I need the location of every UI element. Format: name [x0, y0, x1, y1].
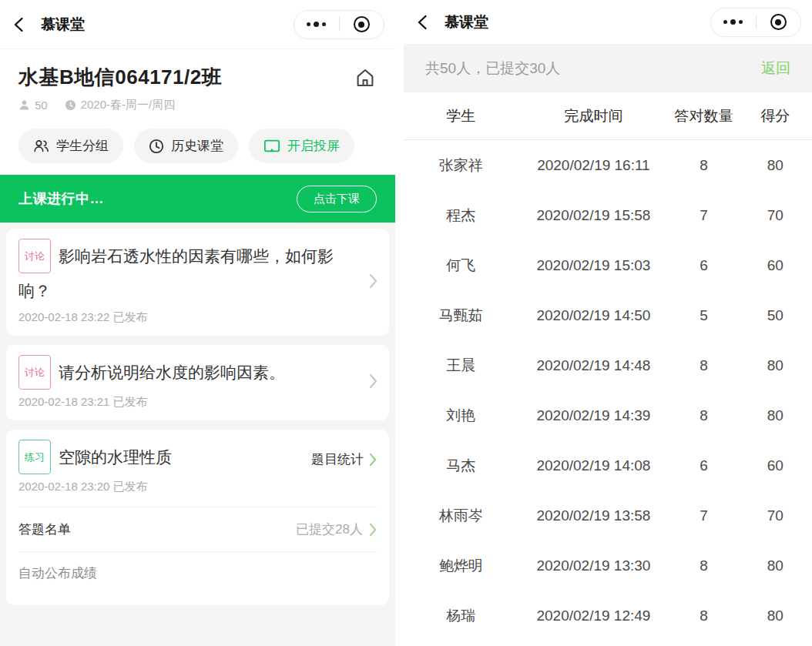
- history-class-label: 历史课堂: [171, 137, 223, 155]
- panel-gutter: [395, 0, 404, 646]
- published-timestamp: 2020-02-18 23:21 已发布: [18, 395, 377, 410]
- class-actions: 学生分组 历史课堂 开启投屏: [18, 129, 377, 175]
- results-table: 学生 完成时间 答对数量 得分 张家祥 2020/02/19 16:11 8 8…: [404, 92, 812, 646]
- table-header-row: 学生 完成时间 答对数量 得分: [404, 92, 812, 140]
- chevron-right-icon: [369, 273, 377, 289]
- correct-count-cell: 8: [669, 557, 738, 574]
- table-row: 杨瑞 2020/02/19 12:49 8 80: [404, 591, 812, 641]
- col-header-student: 学生: [404, 106, 518, 126]
- col-header-finish-time: 完成时间: [518, 106, 669, 126]
- class-header: 水基B地信064171/2班 50 2020-春-周一/周四 学生分组 历史课堂: [0, 49, 395, 175]
- class-name: 水基B地信064171/2班: [18, 64, 222, 91]
- submission-summary-text: 共50人，已提交30人: [425, 59, 560, 79]
- student-name-cell: 王晨: [404, 356, 518, 376]
- back-icon[interactable]: [414, 14, 431, 31]
- finish-time-cell: 2020/02/19 15:58: [518, 207, 669, 224]
- student-name-cell: 何飞: [404, 256, 518, 276]
- table-row: 刘艳 2020/02/19 14:39 8 80: [404, 390, 812, 440]
- auto-publish-score-label: 自动公布成绩: [18, 552, 377, 594]
- published-timestamp: 2020-02-18 23:22 已发布: [18, 310, 377, 325]
- score-cell: 80: [739, 557, 812, 574]
- discussion-tag: 讨论: [18, 355, 51, 390]
- correct-count-cell: 8: [669, 357, 738, 374]
- more-menu-icon[interactable]: [711, 8, 756, 36]
- table-body: 张家祥 2020/02/19 16:11 8 80 程杰 2020/02/19 …: [404, 140, 812, 641]
- person-icon: [18, 99, 30, 111]
- app-title: 慕课堂: [445, 12, 488, 32]
- session-status-text: 上课进行中…: [18, 189, 104, 208]
- close-miniprogram-icon[interactable]: [340, 11, 384, 38]
- score-cell: 80: [739, 407, 812, 424]
- answer-list-label: 答题名单: [18, 520, 71, 538]
- discussion-tag: 讨论: [18, 239, 51, 273]
- correct-count-cell: 6: [669, 457, 738, 474]
- cast-screen-icon: [263, 139, 280, 153]
- student-name-cell: 程杰: [404, 206, 518, 226]
- student-name-cell: 马杰: [404, 456, 518, 476]
- correct-count-cell: 8: [669, 608, 738, 624]
- published-timestamp: 2020-02-18 23:20 已发布: [18, 480, 377, 494]
- activity-card-list: 讨论影响岩石透水性的因素有哪些，如何影响？ 2020-02-18 23:22 已…: [0, 223, 395, 646]
- submission-results-screen: 慕课堂 共50人，已提交30人 返回 学生 完成时间 答对数量 得分 张家祥 2…: [404, 0, 812, 646]
- more-menu-icon[interactable]: [294, 11, 339, 38]
- student-name-cell: 刘艳: [404, 406, 518, 426]
- end-class-button[interactable]: 点击下课: [297, 186, 377, 213]
- score-cell: 60: [739, 457, 812, 474]
- correct-count-cell: 5: [669, 307, 738, 324]
- score-cell: 80: [739, 157, 812, 174]
- student-group-button[interactable]: 学生分组: [18, 129, 123, 163]
- chevron-right-icon: [369, 453, 377, 467]
- score-cell: 60: [739, 257, 812, 274]
- finish-time-cell: 2020/02/19 14:50: [518, 307, 669, 324]
- score-cell: 80: [739, 608, 812, 624]
- finish-time-cell: 2020/02/19 13:30: [518, 557, 669, 574]
- student-name-cell: 张家祥: [404, 156, 518, 176]
- screen-cast-button[interactable]: 开启投屏: [249, 129, 354, 163]
- finish-time-cell: 2020/02/19 16:11: [518, 157, 669, 174]
- history-class-button[interactable]: 历史课堂: [134, 129, 238, 163]
- student-count: 50: [35, 99, 48, 112]
- table-row: 程杰 2020/02/19 15:58 7 70: [404, 190, 812, 240]
- return-link[interactable]: 返回: [761, 59, 790, 79]
- history-clock-icon: [149, 139, 164, 154]
- student-name-cell: 鲍烨明: [404, 556, 518, 576]
- table-row: 王晨 2020/02/19 14:48 8 80: [404, 340, 812, 390]
- clock-icon: [65, 99, 76, 111]
- score-cell: 80: [739, 357, 812, 374]
- table-row: 张家祥 2020/02/19 16:11 8 80: [404, 140, 812, 190]
- app-title: 慕课堂: [41, 15, 85, 35]
- score-cell: 70: [739, 507, 812, 524]
- correct-count-cell: 8: [669, 407, 738, 424]
- discussion-title: 请分析说明给水度的影响因素。: [59, 363, 285, 381]
- chevron-right-icon: [369, 373, 377, 389]
- finish-time-cell: 2020/02/19 15:03: [518, 257, 669, 274]
- correct-count-cell: 6: [669, 257, 738, 274]
- score-cell: 70: [739, 207, 812, 224]
- exercise-title: 空隙的水理性质: [59, 448, 172, 466]
- submission-summary-bar: 共50人，已提交30人 返回: [404, 44, 812, 92]
- finish-time-cell: 2020/02/19 14:39: [518, 407, 669, 424]
- close-miniprogram-icon[interactable]: [757, 8, 801, 36]
- col-header-correct-count: 答对数量: [669, 106, 738, 126]
- discussion-card-2[interactable]: 讨论请分析说明给水度的影响因素。 2020-02-18 23:21 已发布: [6, 345, 389, 420]
- table-row: 林雨岑 2020/02/19 13:58 7 70: [404, 490, 812, 541]
- student-name-cell: 林雨岑: [404, 506, 518, 526]
- class-schedule: 2020-春-周一/周四: [81, 98, 176, 112]
- miniprogram-capsule: [710, 8, 801, 37]
- finish-time-cell: 2020/02/19 14:48: [518, 357, 669, 374]
- exercise-tag: 练习: [18, 440, 51, 474]
- back-icon[interactable]: [11, 16, 28, 33]
- right-nav-bar: 慕课堂: [404, 0, 812, 44]
- answer-list-row[interactable]: 答题名单 已提交28人: [18, 507, 377, 551]
- exercise-card[interactable]: 练习空隙的水理性质 题目统计 2020-02-18 23:20 已发布 答题名单…: [6, 430, 389, 605]
- col-header-score: 得分: [739, 106, 812, 126]
- chevron-right-icon: [369, 523, 377, 537]
- finish-time-cell: 2020/02/19 12:49: [518, 608, 669, 624]
- miniprogram-capsule: [294, 10, 384, 39]
- people-icon: [33, 139, 49, 153]
- correct-count-cell: 7: [669, 207, 738, 224]
- question-stats-link[interactable]: 题目统计: [311, 450, 377, 468]
- home-icon[interactable]: [354, 66, 377, 89]
- table-row: 何飞 2020/02/19 15:03 6 60: [404, 240, 812, 290]
- discussion-card-1[interactable]: 讨论影响岩石透水性的因素有哪些，如何影响？ 2020-02-18 23:22 已…: [6, 229, 389, 336]
